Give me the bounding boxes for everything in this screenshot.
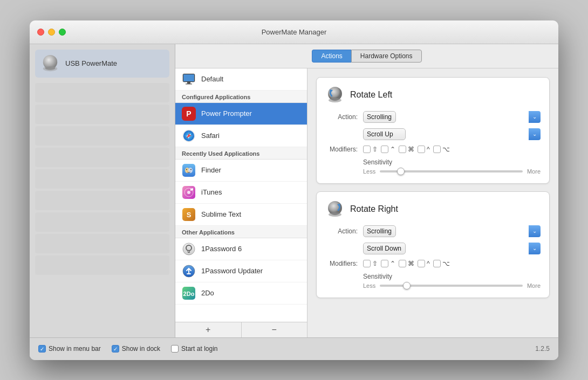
sidebar-empty-row [35,212,169,232]
rotate-left-mod-cmd-check[interactable]: ⌘ [399,146,414,153]
rotate-right-mod-ctrl-check[interactable]: ⌃ [381,260,395,267]
rotate-right-mod-cmd-box[interactable] [399,260,406,267]
svg-point-15 [186,169,187,170]
sidebar-empty-row [35,83,169,102]
rotate-left-mod-ctrl-check[interactable]: ⇧ [363,146,378,153]
show-menu-bar-checkbox[interactable]: ✓ Show in menu bar [38,345,101,353]
actions-panel: Rotate Left Action: Scrolling ⌄ [307,68,558,337]
rotate-left-action-select[interactable]: Scrolling [363,111,396,123]
tab-hardware-options[interactable]: Hardware Options [351,50,422,63]
tab-actions[interactable]: Actions [312,50,351,63]
rotate-right-thumb[interactable] [403,282,411,289]
svg-rect-5 [187,82,190,84]
rotate-right-mod-fn-box[interactable] [418,260,425,267]
app-item-1password-updater[interactable]: 1Password Updater [175,260,307,282]
rotate-right-less-label: Less [363,282,375,289]
rotate-left-mod-opt-check[interactable]: ⌥ [433,146,450,153]
app-item-1password[interactable]: 1Password 6 [175,238,307,260]
rotate-left-sensitivity-row: Sensitivity Less More [325,158,541,175]
rotate-left-mod-opt-box[interactable] [433,146,441,153]
svg-point-26 [188,251,189,252]
app-item-sublime[interactable]: S Sublime Text [175,204,307,226]
rotate-left-action-row: Action: Scrolling ⌄ [325,111,541,123]
remove-app-button[interactable]: − [242,322,307,337]
app-item-finder[interactable]: Finder [175,160,307,182]
rotate-left-card: Rotate Left Action: Scrolling ⌄ [316,77,550,184]
traffic-lights [37,29,66,36]
rotate-right-slider[interactable] [380,285,523,287]
app-item-2do[interactable]: 2Do 2Do [175,282,307,305]
monitor-icon [182,72,196,86]
svg-rect-6 [186,84,192,85]
close-button[interactable] [37,29,44,36]
rotate-right-action-label: Action: [325,227,358,235]
svg-point-17 [190,169,192,170]
rotate-left-header: Rotate Left [325,85,541,105]
rotate-right-mod-opt-check[interactable]: ⌥ [433,260,450,267]
app-list-footer: + − [175,322,307,337]
rotate-left-mod-shift-check[interactable]: ⌃ [381,146,395,153]
rotate-right-scroll-select-wrapper: Scroll Down Scroll Up ⌄ [363,243,541,254]
main-window: PowerMate Manager [30,20,558,360]
rotate-left-scroll-select[interactable]: Scroll Up Scroll Down [363,128,406,140]
show-dock-label: Show in dock [122,345,160,353]
device-name: USB PowerMate [65,59,117,67]
main-content: USB PowerMate Actions Hardware Options [30,44,558,337]
app-item-itunes[interactable]: iTunes [175,182,307,204]
svg-text:S: S [187,211,192,219]
safari-icon [182,129,196,143]
window-title: PowerMate Manager [262,28,327,36]
minimize-button[interactable] [48,29,55,36]
sidebar-empty-row [35,169,169,189]
section-header-configured: Configured Applications [175,91,307,103]
rotate-right-sensitivity-label: Sensitivity [363,273,541,280]
section-header-recent: Recently Used Applications [175,147,307,160]
rotate-left-scroll-arrow: ⌄ [529,128,541,140]
sublime-label: Sublime Text [201,210,241,218]
right-panel: Actions Hardware Options [175,44,558,337]
rotate-left-action-label: Action: [325,113,358,121]
rotate-right-mod-opt-box[interactable] [433,260,441,267]
start-login-checkbox[interactable]: Start at login [171,345,217,353]
rotate-left-mod-fn-box[interactable] [418,146,425,153]
sidebar-empty-row [35,234,169,253]
section-header-other: Other Applications [175,226,307,238]
svg-point-32 [329,98,341,102]
app-item-power-prompter[interactable]: P Power Prompter [175,103,307,125]
rotate-right-action-select[interactable]: Scrolling [363,225,396,237]
app-item-default[interactable]: Default [175,68,307,91]
show-dock-check-box[interactable]: ✓ [112,345,119,353]
rotate-left-mod-cmd-box[interactable] [399,146,406,153]
rotate-left-action-select-wrapper: Scrolling ⌄ [363,111,541,123]
power-prompter-label: Power Prompter [201,109,252,118]
show-dock-checkbox[interactable]: ✓ Show in dock [112,345,160,353]
rotate-left-mod-shift-box[interactable] [381,146,388,153]
rotate-left-mod-fn-check[interactable]: ^ [418,146,430,153]
start-login-check-box[interactable] [171,345,179,353]
titlebar: PowerMate Manager [30,20,558,44]
rotate-right-mod-fn-check[interactable]: ^ [418,260,430,267]
app-item-safari[interactable]: Safari [175,125,307,147]
rotate-left-thumb[interactable] [397,168,405,175]
rotate-right-title: Rotate Right [350,204,398,214]
rotate-right-modifiers-label: Modifiers: [325,260,358,267]
rotate-right-scroll-select[interactable]: Scroll Down Scroll Up [363,243,406,254]
svg-point-2 [45,66,56,70]
rotate-right-mod-ctrl-box[interactable] [381,260,388,267]
device-item[interactable]: USB PowerMate [35,50,169,78]
1password-label: 1Password 6 [201,245,242,253]
rotate-left-slider[interactable] [380,170,523,172]
rotate-right-header: Rotate Right [325,199,541,219]
maximize-button[interactable] [59,29,66,36]
rotate-left-action-select-arrow: ⌄ [529,111,541,123]
rotate-left-mod-ctrl-box[interactable] [363,146,371,153]
add-app-button[interactable]: + [175,322,242,337]
rotate-right-mod-cmd-check[interactable]: ⌘ [399,260,414,267]
rotate-right-mod-shift-box[interactable] [363,260,371,267]
itunes-icon [182,185,196,199]
rotate-right-mod-shift-check[interactable]: ⇧ [363,260,378,267]
rotate-left-sensitivity-label: Sensitivity [363,158,541,166]
sidebar-empty-row [35,191,169,210]
svg-point-35 [329,212,341,217]
show-menu-bar-check-box[interactable]: ✓ [38,345,46,353]
